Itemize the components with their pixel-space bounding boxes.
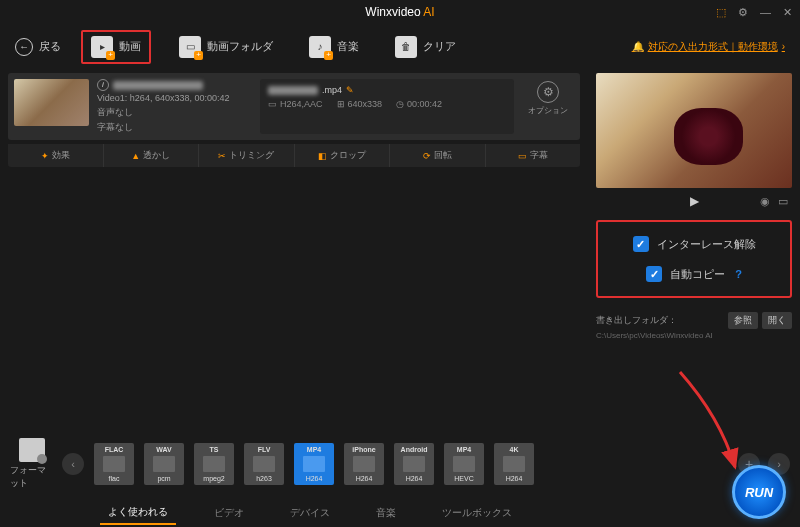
check-icon: ✓	[646, 266, 662, 282]
options-button[interactable]: ⚙ オプション	[522, 79, 574, 134]
output-name-redacted	[268, 86, 318, 95]
trash-icon: 🗑	[395, 36, 417, 58]
toolbar-video-label: 動画	[119, 39, 141, 54]
edit-tab-トリミング[interactable]: ✂トリミング	[199, 144, 295, 167]
category-tab-ビデオ[interactable]: ビデオ	[206, 502, 252, 524]
preview-pane	[596, 73, 792, 188]
format-iPhone-H264[interactable]: iPhoneH264	[342, 443, 386, 485]
format-MP4-H264[interactable]: MP4H264	[292, 443, 336, 485]
category-tab-ツールボックス[interactable]: ツールボックス	[434, 502, 520, 524]
toolbar-video-folder[interactable]: ▭+ 動画フォルダ	[171, 32, 281, 62]
edit-tab-回転[interactable]: ⟳回転	[390, 144, 486, 167]
fullscreen-icon[interactable]: ▭	[778, 195, 788, 208]
edit-tab-透かし[interactable]: ▲透かし	[104, 144, 200, 167]
open-button[interactable]: 開く	[762, 312, 792, 329]
edit-tab-字幕[interactable]: ▭字幕	[486, 144, 581, 167]
clock-icon: ◷	[396, 99, 404, 109]
bell-icon: 🔔	[632, 41, 644, 52]
cart-icon[interactable]: ⬚	[716, 6, 726, 19]
video-icon: ▸+	[91, 36, 113, 58]
back-label: 戻る	[39, 39, 61, 54]
minimize-icon[interactable]: —	[760, 6, 771, 18]
toolbar-music-label: 音楽	[337, 39, 359, 54]
resolution-icon: ⊞	[337, 99, 345, 109]
format-TS-mpeg2[interactable]: TSmpeg2	[192, 443, 236, 485]
check-icon: ✓	[633, 236, 649, 252]
play-button[interactable]: ▶	[690, 194, 699, 208]
io-format-link[interactable]: 🔔 対応の入出力形式｜動作環境 ›	[632, 40, 785, 54]
edit-tab-クロップ[interactable]: ◧クロップ	[295, 144, 391, 167]
back-button[interactable]: ← 戻る	[15, 38, 61, 56]
format-4K-H264[interactable]: 4KH264	[492, 443, 536, 485]
edit-tab-効果[interactable]: ✦効果	[8, 144, 104, 167]
toolbar-clear[interactable]: 🗑 クリア	[387, 32, 464, 62]
category-tab-音楽[interactable]: 音楽	[368, 502, 404, 524]
video-thumbnail	[14, 79, 89, 126]
options-panel: ✓ インターレース解除 ✓ 自動コピー ?	[596, 220, 792, 298]
back-arrow-icon: ←	[15, 38, 33, 56]
format-FLV-h263[interactable]: FLVh263	[242, 443, 286, 485]
toolbar-folder-label: 動画フォルダ	[207, 39, 273, 54]
gear-icon: ⚙	[537, 81, 559, 103]
deinterlace-checkbox[interactable]: ✓ インターレース解除	[608, 236, 780, 252]
help-icon[interactable]: ?	[735, 268, 742, 280]
close-icon[interactable]: ✕	[783, 6, 792, 19]
output-ext: .mp4	[322, 85, 342, 95]
format-FLAC-flac[interactable]: FLACflac	[92, 443, 136, 485]
autocopy-checkbox[interactable]: ✓ 自動コピー ?	[608, 266, 780, 282]
chevron-right-icon: ›	[782, 41, 785, 52]
subtitle-info: 字幕なし	[97, 120, 252, 134]
audio-info: 音声なし	[97, 105, 252, 119]
toolbar-clear-label: クリア	[423, 39, 456, 54]
format-Android-H264[interactable]: AndroidH264	[392, 443, 436, 485]
camera-icon[interactable]: ◉	[760, 195, 770, 208]
category-tab-よく使われる[interactable]: よく使われる	[100, 501, 176, 525]
app-title-brand: Winxvideo	[365, 5, 420, 19]
format-prev-button[interactable]: ‹	[62, 453, 84, 475]
info-icon: i	[97, 79, 109, 91]
video-name-redacted	[113, 81, 203, 90]
settings-icon[interactable]: ⚙	[738, 6, 748, 19]
toolbar-video[interactable]: ▸+ 動画	[81, 30, 151, 64]
folder-icon: ▭+	[179, 36, 201, 58]
format-icon	[19, 438, 45, 462]
codec-icon: ▭	[268, 99, 277, 109]
video-item[interactable]: i Video1: h264, 640x338, 00:00:42 音声なし 字…	[8, 73, 580, 140]
output-codec: H264,AAC	[280, 99, 323, 109]
output-duration: 00:00:42	[407, 99, 442, 109]
output-resolution: 640x338	[348, 99, 383, 109]
format-WAV-pcm[interactable]: WAVpcm	[142, 443, 186, 485]
category-tab-デバイス[interactable]: デバイス	[282, 502, 338, 524]
toolbar-music[interactable]: ♪+ 音楽	[301, 32, 367, 62]
format-button[interactable]: フォーマット	[10, 438, 54, 490]
output-folder-label: 書き出しフォルダ：	[596, 314, 677, 327]
music-icon: ♪+	[309, 36, 331, 58]
edit-icon[interactable]: ✎	[346, 85, 354, 95]
video-codec-info: Video1: h264, 640x338, 00:00:42	[97, 91, 252, 105]
app-title-ai: AI	[423, 5, 434, 19]
browse-button[interactable]: 参照	[728, 312, 758, 329]
output-path: C:\Users\pc\Videos\Winxvideo AI	[596, 331, 792, 340]
format-MP4-HEVC[interactable]: MP4HEVC	[442, 443, 486, 485]
